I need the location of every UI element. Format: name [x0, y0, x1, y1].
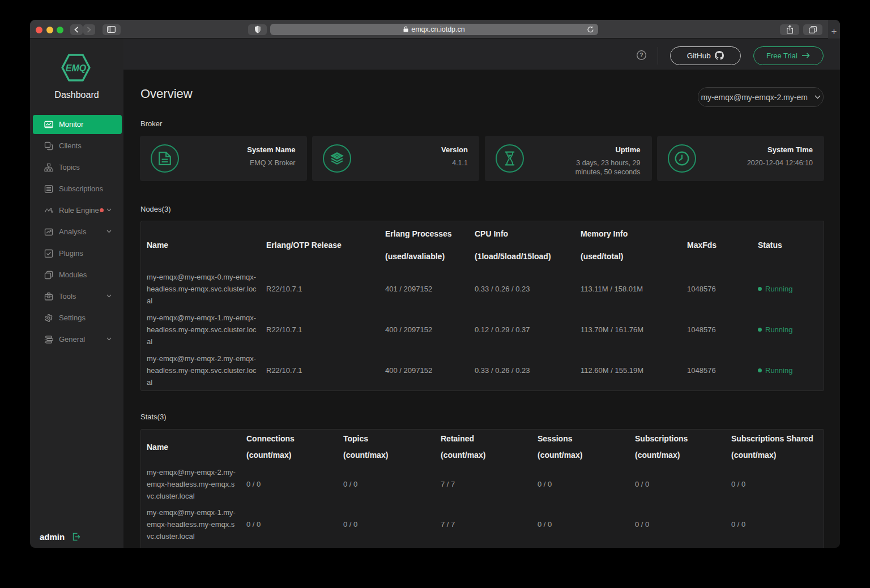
svg-text:EMQ: EMQ	[66, 63, 87, 72]
svg-text:?: ?	[639, 51, 643, 58]
